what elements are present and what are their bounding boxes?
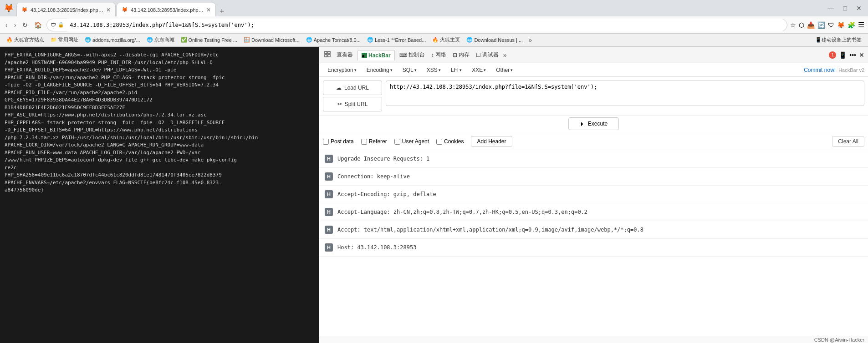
pocket-icon[interactable]: 📥 (807, 21, 815, 29)
load-url-button[interactable]: ☁ Load URL (323, 81, 382, 95)
bookmark-firefox-official[interactable]: 🔥 火狐官方站点 (4, 35, 47, 44)
header-badge-6: H (325, 243, 333, 252)
xxe-menu[interactable]: XXE ▾ (467, 65, 490, 75)
bookmark-icon-8: 🌐 (367, 37, 373, 43)
extensions-icon[interactable]: 🧩 (848, 21, 855, 29)
split-url-icon: ✂ (337, 101, 342, 107)
more-options-icon[interactable]: ••• (849, 51, 856, 59)
browser-chrome: 🦊 🦊 43.142.108.3:28015/index.php?fil... … (0, 0, 868, 47)
url-textarea[interactable]: http://43.142.108.3:28953/index.php?file… (386, 81, 864, 106)
console-button[interactable]: ⌨ 控制台 (398, 50, 427, 60)
status-bar: CSDN @Aiwin-Hacker (319, 336, 868, 343)
add-header-button[interactable]: Add Header (471, 136, 512, 147)
forward-button[interactable]: › (12, 20, 18, 30)
other-menu[interactable]: Other ▾ (491, 65, 517, 75)
tab-close-1[interactable]: ✕ (106, 7, 111, 13)
inspector-button[interactable]: 查看器 (335, 50, 355, 60)
bookmark-jd[interactable]: 🌐 京东商城 (144, 35, 177, 44)
bookmark-addons[interactable]: 🌐 addons.mozilla.org/... (82, 36, 143, 44)
cookies-label: Cookies (444, 138, 464, 145)
bookmark-online-testing[interactable]: ✅ Online Testing Free ... (178, 36, 240, 44)
lock-icon: 🔒 (58, 22, 64, 28)
header-row-4: H Accept-Language: zh-CN,zh;q=0.8,zh-TW;… (319, 203, 868, 221)
bookmark-star-icon[interactable]: ☆ (790, 21, 796, 29)
encryption-chevron: ▾ (354, 68, 357, 72)
cookies-checkbox-label[interactable]: Cookies (436, 138, 464, 145)
devtools-close-icon[interactable]: ✕ (859, 51, 864, 59)
bookmark-common-sites[interactable]: 📁 常用网址 (48, 35, 81, 44)
bookmark-label-4: 京东商城 (154, 36, 174, 43)
header-text-3: Accept-Encoding: gzip, deflate (337, 191, 863, 197)
inspector-icon[interactable] (323, 50, 332, 60)
split-url-button[interactable]: ✂ Split URL (323, 97, 382, 111)
bookmark-label-8: Less-1 **Error Based... (375, 37, 426, 43)
sync-icon[interactable]: 🔄 (817, 21, 825, 29)
firefox-account-icon[interactable]: 🦊 (837, 21, 845, 29)
browser-tab-2[interactable]: 🦊 43.142.108.3:28953/index.php?fil... ✕ (117, 3, 216, 16)
cookies-checkbox[interactable] (436, 139, 442, 145)
url-buttons: ☁ Load URL ✂ Split URL (323, 81, 382, 111)
bookmark-ms-download[interactable]: 🪟 Download Microsoft... (241, 36, 302, 44)
bookmark-nessus[interactable]: 🌐 Download Nessus | ... (464, 36, 526, 44)
security-icon: 🛡 (51, 22, 56, 28)
xss-label: XSS (427, 67, 438, 73)
bookmark-label-6: Download Microsoft... (251, 37, 300, 43)
maximize-button[interactable]: □ (841, 4, 850, 13)
devtools-toolbar: 查看器 ● HackBar ⌨ 控制台 ↕ 网络 ⊡ 内存 (319, 47, 868, 63)
svg-rect-3 (328, 55, 330, 57)
tab-close-2[interactable]: ✕ (206, 7, 211, 13)
bookmark-icon-10: 🌐 (466, 37, 473, 43)
network-button[interactable]: ↕ 网络 (429, 50, 448, 60)
hackbar-tab-label[interactable]: HackBar (368, 52, 391, 59)
close-button[interactable]: ✕ (853, 4, 864, 13)
bookmark-label-1: 火狐官方站点 (14, 36, 44, 43)
referer-checkbox-label[interactable]: Referer (361, 138, 387, 145)
xss-menu[interactable]: XSS ▾ (422, 65, 445, 75)
responsive-mode-icon[interactable]: 📱 (839, 51, 847, 59)
xxe-chevron: ▾ (484, 68, 486, 72)
menu-icon[interactable]: ☰ (858, 20, 864, 29)
shield-icon[interactable]: 🛡 (828, 21, 834, 29)
xss-chevron: ▾ (439, 68, 441, 72)
url-input-area: http://43.142.108.3:28953/index.php?file… (386, 81, 864, 111)
bookmark-label-7: Apache Tomcat/8.0... (314, 37, 361, 43)
minimize-button[interactable]: — (825, 4, 837, 13)
debugger-button[interactable]: ☐ 调试器 (474, 50, 500, 60)
execute-button[interactable]: ⏵ Execute (568, 117, 619, 130)
clear-all-button[interactable]: Clear All (832, 136, 864, 147)
bookmark-tomcat[interactable]: 🌐 Apache Tomcat/8.0... (303, 36, 363, 44)
user-agent-checkbox[interactable] (394, 139, 400, 145)
user-agent-checkbox-label[interactable]: User Agent (394, 138, 429, 145)
sql-menu[interactable]: SQL ▾ (398, 65, 421, 75)
reload-button[interactable]: ↻ (20, 20, 30, 30)
bookmark-sqli-less1[interactable]: 🌐 Less-1 **Error Based... (364, 36, 429, 44)
home-button[interactable]: 🏠 (32, 20, 44, 30)
inspector-label: 查看器 (337, 51, 353, 59)
containers-icon[interactable]: ⬡ (799, 21, 804, 29)
memory-icon: ⊡ (453, 52, 457, 58)
bookmark-label-3: addons.mozilla.org/... (92, 37, 140, 43)
network-label: 网络 (435, 51, 446, 59)
memory-button[interactable]: ⊡ 内存 (451, 50, 471, 60)
devtools-more-icon[interactable]: » (503, 51, 507, 59)
bookmark-icon-9: 🔥 (432, 37, 439, 43)
address-input[interactable] (66, 19, 783, 31)
back-button[interactable]: ‹ (4, 20, 10, 30)
commit-now-button[interactable]: Commit now! (804, 67, 836, 73)
post-data-checkbox-label[interactable]: Post data (323, 138, 354, 145)
notification-badge[interactable]: 1 (829, 51, 836, 59)
bookmark-mobile[interactable]: 📱移动设备上的书签 (812, 35, 864, 44)
encryption-menu[interactable]: Encryption ▾ (323, 65, 361, 75)
lfi-menu[interactable]: LFI ▾ (446, 65, 466, 75)
post-data-checkbox[interactable] (323, 139, 329, 145)
new-tab-button[interactable]: + (217, 7, 227, 16)
bookmarks-more-button[interactable]: » (526, 35, 534, 45)
split-url-label: Split URL (345, 101, 368, 107)
referer-checkbox[interactable] (361, 139, 367, 145)
browser-tab-1[interactable]: 🦊 43.142.108.3:28015/index.php?fil... ✕ (16, 3, 116, 16)
encoding-chevron: ▾ (390, 68, 393, 72)
encoding-menu[interactable]: Encoding ▾ (362, 65, 397, 75)
address-icons: ☆ ⬡ 📥 🔄 🛡 🦊 🧩 ☰ (790, 20, 864, 29)
bookmark-firefox-home[interactable]: 🔥 火狐主页 (429, 35, 463, 44)
tab-favicon-2: 🦊 (122, 7, 128, 13)
